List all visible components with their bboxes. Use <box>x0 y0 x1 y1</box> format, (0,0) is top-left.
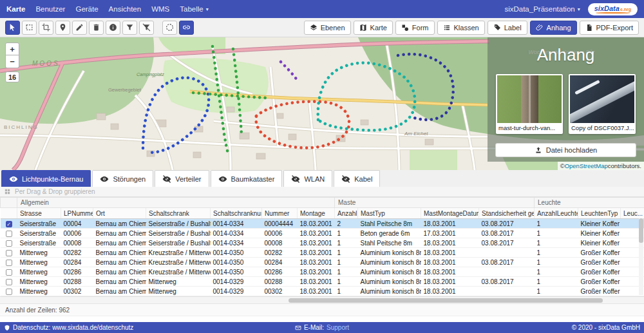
cell-leuchtentyp[interactable]: Kleiner Koffer <box>578 219 621 229</box>
attachment-thumbnail[interactable]: mast-tur-durch-van... <box>496 74 563 134</box>
column-header-ort[interactable]: Ort <box>93 208 146 219</box>
row-checkbox[interactable]: ✓ <box>6 221 12 227</box>
cell-standsicherheit-gepr[interactable] <box>479 267 535 277</box>
cell-leuchtentyp[interactable]: Kleiner Koffer <box>578 229 621 238</box>
tab-kabel[interactable]: Kabel <box>334 170 380 187</box>
cell-montage[interactable]: 18.03.2001 <box>298 258 335 267</box>
menu-item-karte[interactable]: Karte <box>6 5 25 13</box>
cell-strasse[interactable]: Seiserstraße <box>17 229 61 238</box>
cell-lpnummer[interactable]: 00004 <box>61 219 93 229</box>
toolbar-button-anhang[interactable]: Anhang <box>530 21 577 35</box>
cell-nummer[interactable]: 00284 <box>262 258 298 267</box>
cell-masttyp[interactable]: Aluminium konisch 8m <box>358 277 421 287</box>
tab-st-rungen[interactable]: Störungen <box>92 170 153 187</box>
cell-lpnummer[interactable]: 00288 <box>61 277 93 287</box>
cell-nummer[interactable]: 00302 <box>262 287 298 296</box>
cell-anzahlleuchten[interactable]: 1 <box>535 238 578 248</box>
row-checkbox[interactable] <box>6 231 12 237</box>
cell-anzahl[interactable]: 1 <box>335 229 358 238</box>
menu-item-benutzer[interactable]: Benutzer <box>35 5 65 13</box>
table-row[interactable]: Mitterweg00302Bernau am ChiemseeMitterwe… <box>1 287 644 296</box>
cell-montage[interactable]: 18.03.2001 <box>298 287 335 296</box>
cell-anzahlleuchten[interactable]: 1 <box>535 267 578 277</box>
support-link[interactable]: Support <box>327 324 349 331</box>
cell-leuchtentyp[interactable]: Kleiner Koffer <box>578 238 621 248</box>
cell-lpnummer[interactable]: 00008 <box>61 238 93 248</box>
cell-lpnummer[interactable]: 00302 <box>61 287 93 296</box>
cell-mastmontagedatum[interactable]: 18.03.2001 <box>421 219 479 229</box>
cell-mastmontagedatum[interactable]: 18.03.2001 <box>421 267 479 277</box>
vertical-scrollbar-thumb[interactable] <box>639 218 643 243</box>
cell-schaltschranknummer[interactable]: 0014-0334 <box>211 229 262 238</box>
cell-strasse[interactable]: Mitterweg <box>17 287 61 296</box>
table-row[interactable]: Mitterweg00288Bernau am ChiemseeMitterwe… <box>1 277 644 287</box>
cell-anzahl[interactable]: 1 <box>335 248 358 258</box>
cell-ort[interactable]: Bernau am Chiemsee <box>93 258 146 267</box>
cell-anzahlleuchten[interactable]: 1 <box>535 287 578 296</box>
cell-nummer[interactable]: 00286 <box>262 267 298 277</box>
cell-montage[interactable]: 18.03.2001 <box>298 219 335 229</box>
row-checkbox[interactable] <box>6 279 12 285</box>
table-row[interactable]: Mitterweg00282Bernau am ChiemseeKreuzstr… <box>1 248 644 258</box>
cell-strasse[interactable]: Seiserstraße <box>17 219 61 229</box>
cell-schaltschranknummer[interactable]: 0014-0350 <box>211 258 262 267</box>
column-header-mastmontagedatum[interactable]: MastMontageDatum <box>421 208 479 219</box>
cell-standsicherheit-gepr[interactable] <box>479 287 535 296</box>
cell-strasse[interactable]: Mitterweg <box>17 248 61 258</box>
cell-lpnummer[interactable]: 00284 <box>61 258 93 267</box>
cell-schaltschrank[interactable]: Mitterweg <box>146 277 211 287</box>
cell-lpnummer[interactable]: 00282 <box>61 248 93 258</box>
link-tool[interactable] <box>179 21 194 35</box>
cell-anzahlleuchten[interactable]: 1 <box>535 277 578 287</box>
cell-standsicherheit-gepr[interactable]: 03.08.2017 <box>479 258 535 267</box>
cell-schaltschrank[interactable]: Seiserstraße / Bushaltestelle <box>146 219 211 229</box>
cell-schaltschranknummer[interactable]: 0014-0334 <box>211 238 262 248</box>
cell-standsicherheit-gepr[interactable] <box>479 248 535 258</box>
cell-montage[interactable]: 18.03.2001 <box>298 277 335 287</box>
cell-schaltschrank[interactable]: Kreuzstraße / Mitterweg <box>146 248 211 258</box>
tab-wlan[interactable]: WLAN <box>283 170 332 187</box>
zoom-out-button[interactable]: − <box>5 55 19 68</box>
cell-anzahl[interactable]: 2 <box>335 219 358 229</box>
user-menu[interactable]: sixData_Präsentation ▾ <box>504 5 580 13</box>
cell-leuchtentyp[interactable]: Großer Koffer <box>578 287 621 296</box>
column-header-schaltschranknummer[interactable]: Schaltschranknummer <box>211 208 262 219</box>
filter-off-tool[interactable] <box>139 21 154 35</box>
toolbar-button-klassen[interactable]: Klassen <box>437 21 485 35</box>
horizontal-scrollbar[interactable] <box>0 296 644 303</box>
cell-schaltschrank[interactable]: Kreuzstraße / Mitterweg <box>146 258 211 267</box>
table-row[interactable]: Seiserstraße00006Bernau am ChiemseeSeise… <box>1 229 644 238</box>
cell-montage[interactable]: 18.03.2001 <box>298 238 335 248</box>
cell-anzahlleuchten[interactable]: 1 <box>535 258 578 267</box>
cell-montage[interactable]: 18.03.2001 <box>298 248 335 258</box>
cell-ort[interactable]: Bernau am Chiemsee <box>93 229 146 238</box>
column-header-masttyp[interactable]: MastTyp <box>358 208 421 219</box>
cell-montage[interactable]: 18.03.2001 <box>298 267 335 277</box>
row-checkbox[interactable] <box>6 260 12 266</box>
cell-strasse[interactable]: Seiserstraße <box>17 238 61 248</box>
cell-anzahl[interactable]: 1 <box>335 277 358 287</box>
cell-schaltschrank[interactable]: Seiserstraße / Bushaltestelle <box>146 238 211 248</box>
tab-verteiler[interactable]: Verteiler <box>155 170 209 187</box>
cell-masttyp[interactable]: Aluminium konisch 8m <box>358 258 421 267</box>
cell-schaltschrank[interactable]: Seiserstraße / Bushaltestelle <box>146 229 211 238</box>
cell-masttyp[interactable]: Aluminium konisch 8m <box>358 248 421 258</box>
column-header-leuchtentyp[interactable]: LeuchtenTyp <box>578 208 621 219</box>
cell-standsicherheit-gepr[interactable]: 03.08.2017 <box>479 219 535 229</box>
cell-mastmontagedatum[interactable]: 18.03.2001 <box>421 277 479 287</box>
cell-masttyp[interactable]: Stahl Peitsche 8m <box>358 238 421 248</box>
column-header-standsicherheit-gepr[interactable]: Standsicherheit gepr. <box>479 208 535 219</box>
select-tool[interactable] <box>5 21 20 35</box>
table-row[interactable]: Seiserstraße00008Bernau am ChiemseeSeise… <box>1 238 644 248</box>
toolbar-button-ebenen[interactable]: Ebenen <box>304 21 351 35</box>
column-header-lpnummer[interactable]: LPNummer <box>61 208 93 219</box>
cell-schaltschranknummer[interactable]: 0014-0329 <box>211 277 262 287</box>
cell-schaltschranknummer[interactable]: 0014-0350 <box>211 267 262 277</box>
column-header-leuc[interactable]: Leuc... <box>621 208 644 219</box>
column-header-strasse[interactable]: Strasse <box>17 208 61 219</box>
column-header-montage[interactable]: Montage <box>298 208 335 219</box>
row-checkbox[interactable] <box>6 269 12 276</box>
privacy-link[interactable]: Datenschutz: www.sixdata.de/datenschutz <box>13 324 133 331</box>
cell-nummer[interactable]: 00006 <box>262 229 298 238</box>
column-header-anzahl[interactable]: Anzahl... <box>335 208 358 219</box>
